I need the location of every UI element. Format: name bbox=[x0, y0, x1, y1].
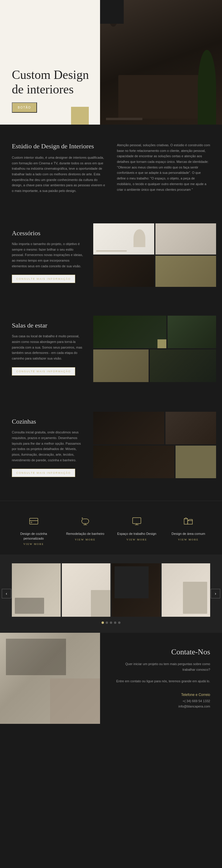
service-acessorios-images bbox=[93, 217, 222, 293]
gallery-row bbox=[0, 563, 222, 617]
cozinhas-img-2 bbox=[165, 412, 216, 444]
contact-title: Contate-Nos bbox=[172, 648, 210, 656]
contact-email: info@blancapera.com bbox=[179, 704, 210, 709]
service-cozinhas-button[interactable]: CONSULTE MAIS INFORMAÇÃO bbox=[12, 469, 75, 477]
salas-img-4 bbox=[150, 349, 216, 382]
contact-details: Telefone e Correio +( 34) 669 54 1332 in… bbox=[179, 693, 210, 709]
about-left: Estúdio de Design de Interiores Custom i… bbox=[12, 143, 105, 194]
collage-img-4 bbox=[155, 256, 216, 287]
hero-title: Custom Design de interiores bbox=[12, 68, 91, 96]
gallery-item-1 bbox=[12, 563, 61, 617]
salas-img-2 bbox=[168, 316, 216, 348]
svg-rect-0 bbox=[30, 518, 38, 524]
hero-left: Custom Design de interiores BOTÃO bbox=[0, 0, 100, 125]
collage-img-3 bbox=[93, 256, 154, 287]
contact-phone-label: Telefone e Correio bbox=[179, 693, 210, 697]
svg-rect-8 bbox=[133, 518, 141, 524]
cozinhas-collage bbox=[93, 406, 222, 484]
cozinha-label: Design de cozinha personalizado bbox=[12, 532, 56, 541]
gallery-dot-3[interactable] bbox=[110, 621, 112, 624]
service-cozinhas-left: Cozinhas Consulta inicial gratuita, onde… bbox=[0, 406, 93, 489]
collage-row-1 bbox=[93, 223, 216, 254]
gallery-prev-icon: ‹ bbox=[6, 591, 7, 596]
contact-intro: Quer iniciar um projeto ou tem mais perg… bbox=[112, 661, 211, 672]
collage-img-2 bbox=[155, 223, 216, 254]
contact-image bbox=[0, 633, 100, 724]
area-icon bbox=[183, 516, 194, 529]
contact-body: Entre em contato ou ligue para nós, tere… bbox=[116, 678, 210, 684]
area-label: Design de área comum bbox=[172, 532, 205, 536]
gallery-next-button[interactable]: › bbox=[211, 589, 220, 598]
cozinhas-img-4 bbox=[176, 445, 216, 478]
gallery-dot-1[interactable] bbox=[102, 621, 104, 624]
salas-row-1 bbox=[93, 316, 216, 348]
cozinha-icon bbox=[28, 516, 39, 529]
service-acessorios-left: Acessórios Não importa o tamanho do proj… bbox=[0, 217, 93, 295]
gallery-item-2 bbox=[62, 563, 111, 617]
contact-phone: +( 34) 669 54 1332 bbox=[179, 699, 210, 704]
hero-button[interactable]: BOTÃO bbox=[12, 102, 37, 113]
icon-banheiro: Remodelação de banheiro VIEW MORE bbox=[63, 516, 107, 546]
gallery-section: ‹ › bbox=[0, 554, 222, 633]
service-acessorios-button[interactable]: CONSULTE MAIS INFORMAÇÃO bbox=[12, 275, 75, 283]
deco-square-2 bbox=[71, 107, 89, 125]
cozinha-view-more[interactable]: VIEW MORE bbox=[24, 542, 44, 546]
svg-point-2 bbox=[31, 522, 32, 523]
banheiro-icon bbox=[80, 516, 90, 529]
service-salas-button[interactable]: CONSULTE MAIS INFORMAÇÃO bbox=[12, 367, 75, 376]
trabalho-label: Espaço de trabalho Design bbox=[117, 532, 156, 536]
gallery-dots bbox=[0, 621, 222, 624]
hero-section: Custom Design de interiores BOTÃO bbox=[0, 0, 222, 125]
acessorios-collage bbox=[93, 217, 222, 293]
gallery-item-4 bbox=[161, 563, 211, 617]
service-cozinhas-text: Consulta inicial gratuita, onde discutim… bbox=[12, 430, 84, 463]
deco-square-1 bbox=[100, 0, 124, 24]
salas-img-3 bbox=[93, 349, 149, 382]
service-cozinhas: Cozinhas Consulta inicial gratuita, onde… bbox=[0, 400, 222, 501]
icon-area: Design de área comum VIEW MORE bbox=[166, 516, 210, 546]
service-cozinhas-title: Cozinhas bbox=[12, 418, 84, 425]
banheiro-label: Remodelação de banheiro bbox=[66, 532, 104, 536]
cozinhas-row-1 bbox=[93, 412, 216, 444]
collage-img-1 bbox=[93, 223, 154, 254]
about-right: Atenção pessoal, soluções criativas. O e… bbox=[117, 143, 210, 194]
contact-photo bbox=[0, 633, 100, 724]
trabalho-view-more[interactable]: VIEW MORE bbox=[126, 538, 147, 541]
gallery-dot-5[interactable] bbox=[118, 621, 120, 624]
service-salas-images bbox=[93, 310, 222, 388]
service-salas-left: Salas de estar Sua casa ou local de trab… bbox=[0, 310, 93, 387]
gallery-next-icon: › bbox=[215, 591, 216, 596]
icons-section: Design de cozinha personalizado VIEW MOR… bbox=[0, 501, 222, 554]
collage-row-2 bbox=[93, 256, 216, 287]
service-acessorios-text: Não importa o tamanho do projeto, o obje… bbox=[12, 241, 84, 269]
gallery-item-3 bbox=[112, 563, 160, 617]
service-salas: Salas de estar Sua casa ou local de trab… bbox=[0, 307, 222, 400]
contact-right: Contate-Nos Quer iniciar um projeto ou t… bbox=[100, 633, 222, 724]
svg-rect-11 bbox=[184, 519, 188, 524]
salas-collage bbox=[93, 310, 222, 388]
about-section: Estúdio de Design de Interiores Custom i… bbox=[0, 125, 222, 212]
gallery-prev-button[interactable]: ‹ bbox=[2, 589, 11, 598]
about-left-text: Custom interior studio, é uma designer d… bbox=[12, 155, 105, 194]
about-right-text: Atenção pessoal, soluções criativas. O e… bbox=[117, 143, 210, 192]
gallery-dot-2[interactable] bbox=[106, 621, 108, 624]
area-view-more[interactable]: VIEW MORE bbox=[178, 538, 199, 541]
icon-trabalho: Espaço de trabalho Design VIEW MORE bbox=[115, 516, 158, 546]
icon-cozinha: Design de cozinha personalizado VIEW MOR… bbox=[12, 516, 56, 546]
cozinhas-img-3 bbox=[93, 445, 174, 478]
contact-section: Contate-Nos Quer iniciar um projeto ou t… bbox=[0, 633, 222, 724]
cozinhas-row-2 bbox=[93, 445, 216, 478]
svg-rect-12 bbox=[188, 521, 192, 524]
service-salas-text: Sua casa ou local de trabalho é muito pe… bbox=[12, 334, 84, 361]
gallery-dot-4[interactable] bbox=[114, 621, 116, 624]
salas-row-2 bbox=[93, 349, 216, 382]
about-title: Estúdio de Design de Interiores bbox=[12, 143, 105, 150]
salas-img-1 bbox=[93, 316, 166, 348]
banheiro-view-more[interactable]: VIEW MORE bbox=[75, 538, 96, 541]
service-acessorios: Acessórios Não importa o tamanho do proj… bbox=[0, 212, 222, 307]
cozinhas-img-1 bbox=[93, 412, 164, 444]
trabalho-icon bbox=[132, 516, 142, 529]
service-acessorios-title: Acessórios bbox=[12, 229, 84, 237]
service-cozinhas-images bbox=[93, 406, 222, 484]
svg-rect-3 bbox=[82, 519, 89, 524]
